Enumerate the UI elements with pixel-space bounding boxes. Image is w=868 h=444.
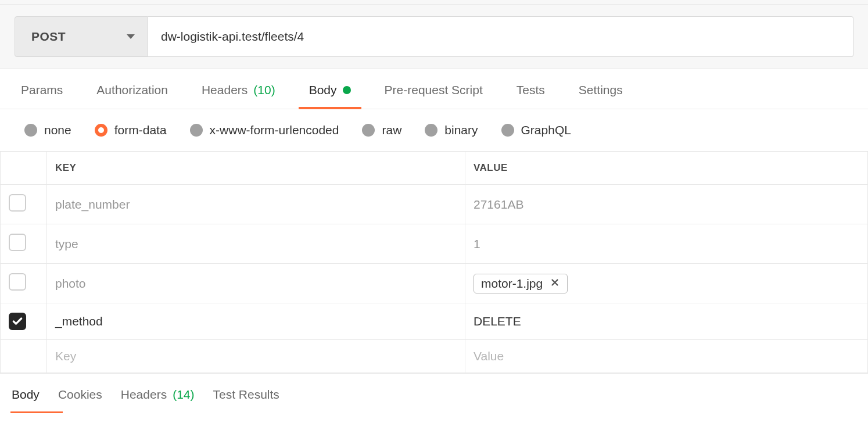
row-check-cell [1, 185, 47, 224]
form-data-table: KEY VALUE plate_number27161ABtype1photom… [0, 151, 868, 373]
row-check-cell [1, 264, 47, 303]
http-method-label: POST [31, 30, 66, 44]
radio-urlencoded[interactable]: x-www-form-urlencoded [190, 123, 339, 137]
new-key-input[interactable] [55, 349, 457, 363]
request-tabs: Params Authorization Headers (10) Body P… [0, 69, 868, 109]
response-tab-cookies[interactable]: Cookies [58, 388, 102, 413]
request-bar: POST [0, 5, 868, 69]
response-headers-count-badge: (14) [173, 388, 194, 402]
table-row: type1 [1, 224, 868, 264]
row-key-cell[interactable]: photo [47, 264, 465, 303]
app-container: POST Params Authorization Headers (10) B… [0, 0, 868, 413]
row-check-cell [1, 303, 47, 340]
body-indicator-dot-icon [343, 86, 351, 94]
radio-icon [501, 124, 514, 137]
radio-icon [190, 124, 203, 137]
row-value-cell[interactable] [465, 340, 868, 373]
file-name: motor-1.jpg [481, 277, 543, 291]
body-type-radios: none form-data x-www-form-urlencoded raw… [0, 109, 868, 151]
table-row: photomotor-1.jpg [1, 264, 868, 303]
row-check-cell [1, 340, 47, 373]
row-checkbox[interactable] [9, 313, 26, 330]
top-divider [0, 0, 868, 5]
headers-count-badge: (10) [253, 83, 275, 97]
chevron-down-icon [127, 34, 135, 39]
col-key-header: KEY [47, 152, 465, 185]
tab-params[interactable]: Params [21, 69, 63, 109]
radio-none[interactable]: none [24, 123, 71, 137]
radio-icon [425, 124, 437, 137]
form-data-tbody: plate_number27161ABtype1photomotor-1.jpg… [1, 185, 868, 373]
row-value-cell[interactable]: 1 [465, 224, 868, 264]
radio-raw[interactable]: raw [362, 123, 401, 137]
radio-form-data[interactable]: form-data [95, 123, 167, 137]
row-checkbox[interactable] [9, 273, 26, 291]
response-tab-test-results[interactable]: Test Results [213, 388, 279, 413]
row-checkbox[interactable] [9, 234, 26, 251]
tab-settings[interactable]: Settings [579, 69, 623, 109]
radio-icon [24, 124, 37, 137]
col-value-header: VALUE [465, 152, 868, 185]
new-value-input[interactable] [474, 349, 859, 363]
radio-icon [95, 124, 107, 137]
radio-icon [362, 124, 375, 137]
radio-binary[interactable]: binary [425, 123, 478, 137]
tab-tests[interactable]: Tests [517, 69, 545, 109]
row-check-cell [1, 224, 47, 264]
row-value-cell[interactable]: DELETE [465, 303, 868, 340]
row-key-cell[interactable] [47, 340, 465, 373]
table-row: _methodDELETE [1, 303, 868, 340]
url-input[interactable] [148, 16, 853, 57]
row-key-cell[interactable]: _method [47, 303, 465, 340]
response-tab-headers[interactable]: Headers (14) [121, 388, 195, 413]
tab-pre-request-script[interactable]: Pre-request Script [385, 69, 483, 109]
response-tab-body[interactable]: Body [12, 388, 40, 413]
close-icon[interactable] [550, 277, 560, 291]
col-check-header [1, 152, 47, 185]
radio-graphql[interactable]: GraphQL [501, 123, 571, 137]
table-row: plate_number27161AB [1, 185, 868, 224]
http-method-select[interactable]: POST [15, 16, 148, 57]
row-value-cell[interactable]: 27161AB [465, 185, 868, 224]
row-key-cell[interactable]: plate_number [47, 185, 465, 224]
response-tabs: Body Cookies Headers (14) Test Results [0, 373, 868, 413]
tab-body[interactable]: Body [309, 69, 351, 109]
row-checkbox[interactable] [9, 194, 26, 212]
row-value-cell[interactable]: motor-1.jpg [465, 264, 868, 303]
row-key-cell[interactable]: type [47, 224, 465, 264]
tab-authorization[interactable]: Authorization [96, 69, 168, 109]
table-row-new [1, 340, 868, 373]
file-chip[interactable]: motor-1.jpg [474, 274, 568, 293]
tab-headers[interactable]: Headers (10) [202, 69, 275, 109]
